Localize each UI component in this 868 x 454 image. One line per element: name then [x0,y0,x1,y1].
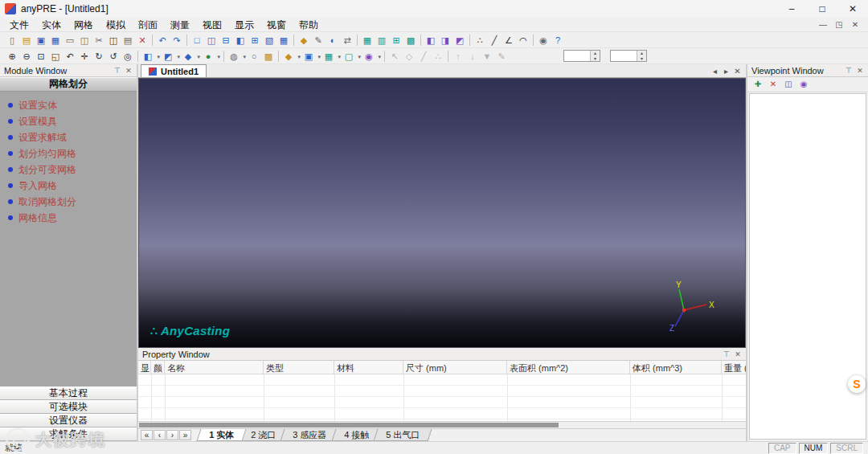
minimize-button[interactable]: – [776,0,807,18]
section-z-icon[interactable]: ◩ [452,33,467,47]
module-item[interactable]: 设置模具 [0,113,137,129]
horizontal-scrollbar[interactable] [138,421,746,428]
top-view-icon[interactable]: ◩ [161,49,181,63]
section-y-icon[interactable]: ◨ [438,33,452,47]
toolbar-spinbox-2[interactable]: ▴▾ [610,50,647,62]
module-bottom-button[interactable]: 设置仪器 [0,414,137,427]
tab-scroll-right-icon[interactable]: ▸ [721,65,731,77]
section-x-icon[interactable]: ◧ [424,33,438,47]
open-file-icon[interactable]: ▤ [19,33,34,47]
column-header-size[interactable]: 尺寸 (mm) [403,361,507,374]
module-bottom-button[interactable]: 求解条件 [0,427,137,441]
center-view-icon[interactable]: ◎ [121,49,135,63]
zoom-in-icon[interactable]: ⊕ [5,49,19,63]
transform-entity-icon[interactable]: ⇄ [340,33,354,47]
tab-close-icon[interactable]: ✕ [732,65,743,77]
cascade-windows-icon[interactable]: ▧ [262,33,276,47]
menu-item[interactable]: 测量 [164,18,196,32]
column-header-weight[interactable]: 重量 (g) [722,361,746,374]
spin-view-icon[interactable]: ↺ [106,49,121,63]
pin-icon[interactable]: ⊤ [843,67,854,75]
save-icon[interactable]: ▣ [34,33,48,47]
measure-point-icon[interactable]: ∴ [473,33,487,47]
display-mesh-icon[interactable]: ▦ [321,49,342,63]
measure-angle-icon[interactable]: ∠ [502,33,516,47]
front-view-icon[interactable]: ◧ [141,49,161,63]
snapshot-icon[interactable]: ◉ [536,33,551,47]
iso-view-icon[interactable]: ◆ [181,49,201,63]
save-all-icon[interactable]: ▦ [48,33,63,47]
module-bottom-button[interactable]: 基本过程 [0,387,137,400]
zoom-window-icon[interactable]: ⊡ [34,49,48,63]
print-icon[interactable]: ▭ [63,33,77,47]
zoom-previous-icon[interactable]: ↶ [63,49,77,63]
close-icon[interactable]: ✕ [732,350,743,358]
edit-list-icon[interactable]: ✎ [494,49,509,63]
pin-icon[interactable]: ⊤ [112,67,123,75]
overlay-s-badge[interactable]: S [848,375,866,393]
new-file-icon[interactable]: ▯ [5,33,19,47]
menu-item[interactable]: 实体 [35,18,68,32]
menu-item[interactable]: 网格 [68,18,100,32]
column-header-volume[interactable]: 体积 (mm^3) [630,361,722,374]
module-item[interactable]: 取消网格划分 [0,194,137,210]
toolbar-spinbox-1[interactable]: ▴▾ [563,50,600,62]
menu-item[interactable]: 视窗 [260,18,293,32]
uniform-mesh-icon[interactable]: ▦ [360,33,375,47]
document-tab-untitled1[interactable]: Untitled1 [141,64,207,77]
menu-item[interactable]: 显示 [228,18,260,32]
shade-mode-icon[interactable]: ◍ [227,49,247,63]
render-mode-icon[interactable]: ● [201,49,221,63]
import-mesh-icon[interactable]: ⊞ [389,33,403,47]
texture-icon[interactable]: ▩ [261,49,276,63]
measure-radius-icon[interactable]: ◠ [516,33,530,47]
mesh-info-icon[interactable]: ▩ [403,33,418,47]
column-header-color[interactable]: 颜 [151,361,165,374]
copy-viewpoint-icon[interactable]: ◫ [782,78,795,91]
new-viewpoint-icon[interactable]: ✚ [751,78,764,91]
sheet-tab-sensor[interactable]: 3 感应器 [280,429,339,441]
select-entity-icon[interactable]: ↖ [387,49,402,63]
select-vertex-icon[interactable]: ∴ [431,49,445,63]
spin-down-icon[interactable]: ▾ [591,56,600,62]
module-item[interactable]: 导入网格 [0,178,137,194]
close-button[interactable]: ✕ [837,0,868,18]
redo-icon[interactable]: ↷ [170,33,184,47]
delete-icon[interactable]: ✕ [135,33,149,47]
menu-item[interactable]: 模拟 [100,18,132,32]
display-mold-icon[interactable]: ▣ [301,49,321,63]
wireframe-icon[interactable]: ○ [247,49,261,63]
mdi-minimize-button[interactable]: — [815,18,831,32]
measure-line-icon[interactable]: ╱ [487,33,502,47]
menu-item[interactable]: 剖面 [132,18,164,32]
last-tab-button[interactable]: » [179,430,191,440]
edit-entity-icon[interactable]: ✎ [311,33,326,47]
menu-item[interactable]: 帮助 [293,18,325,32]
spinbox-arrows[interactable]: ▴▾ [637,51,646,61]
close-icon[interactable]: ✕ [123,67,134,75]
pin-icon[interactable]: ⊤ [721,350,732,358]
column-header-show[interactable]: 显 [138,361,151,374]
two-view-horizontal-icon[interactable]: ⊟ [219,33,233,47]
zoom-out-icon[interactable]: ⊖ [19,49,34,63]
help-icon[interactable]: ? [551,33,565,47]
viewport-3d[interactable]: ∴ AnyCasting Y X Z [138,78,746,348]
module-item[interactable]: 划分均匀网格 [0,145,137,162]
pan-icon[interactable]: ✛ [77,49,92,63]
tile-windows-icon[interactable]: ▦ [276,33,291,47]
maximize-button[interactable]: □ [807,0,837,18]
tab-scroll-left-icon[interactable]: ◂ [710,65,720,77]
module-item[interactable]: 设置求解域 [0,129,137,145]
print-preview-icon[interactable]: ◫ [77,33,92,47]
display-all-icon[interactable]: ◉ [362,49,382,63]
module-bottom-button[interactable]: 可选模块 [0,400,137,414]
sheet-tab-vent[interactable]: 5 出气口 [373,429,432,441]
module-item[interactable]: 划分可变网格 [0,162,137,178]
display-domain-icon[interactable]: ▢ [342,49,362,63]
module-item[interactable]: 网格信息 [0,210,137,226]
zoom-extents-icon[interactable]: ◱ [48,49,63,63]
menu-item[interactable]: 视图 [196,18,228,32]
column-header-type[interactable]: 类型 [264,361,334,374]
select-face-icon[interactable]: ◇ [402,49,416,63]
spin-down-icon[interactable]: ▾ [637,56,646,62]
